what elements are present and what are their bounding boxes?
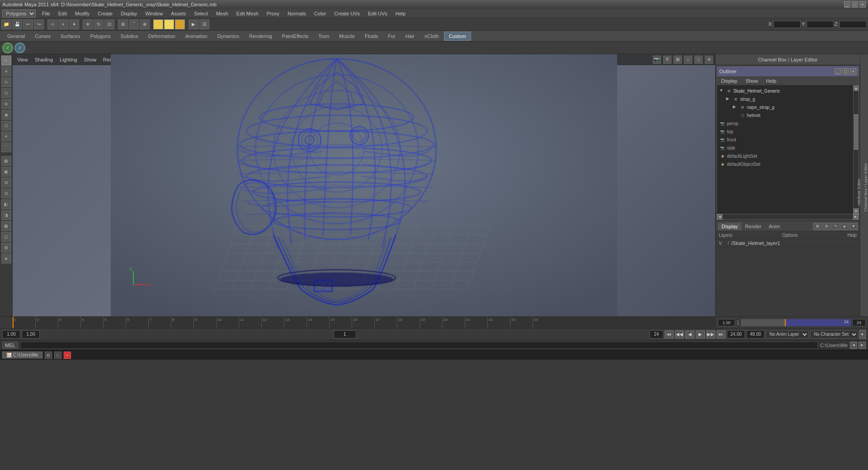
time-end-input[interactable] (852, 319, 866, 326)
toolbar-save[interactable]: 💾 (12, 19, 22, 29)
outliner-minimize[interactable]: _ (835, 68, 841, 75)
expand-nape[interactable]: ▶ (733, 104, 738, 110)
menu-select[interactable]: Select (192, 10, 210, 17)
tab-fluids[interactable]: Fluids (360, 32, 383, 41)
menu-create-uvs[interactable]: Create UVs (332, 10, 362, 17)
taskbar-btn1[interactable]: ⊟ (45, 352, 52, 359)
ch-tab-anim[interactable]: Anim (765, 223, 783, 230)
ch-tab-render[interactable]: Render (741, 223, 765, 230)
tool-universal[interactable]: ⊕ (1, 99, 11, 109)
tool-curve[interactable]: ⌒ (1, 142, 11, 152)
tool-rotate[interactable]: ↻ (1, 77, 11, 87)
toolbar-redo[interactable]: ↪ (34, 19, 44, 29)
layer-icon-down[interactable]: ▼ (849, 223, 858, 230)
tab-hair[interactable]: Hair (401, 32, 420, 41)
layer-icon-del[interactable]: ⊟ (822, 223, 830, 230)
tab-painteffects[interactable]: PaintEffects (277, 32, 314, 41)
z-input[interactable] (840, 21, 867, 28)
options-label[interactable]: Options (782, 233, 797, 238)
tool-sculpt[interactable]: ⌬ (1, 121, 11, 131)
maximize-btn[interactable]: □ (852, 1, 858, 8)
strip-channel-box[interactable]: Channel Box / Layer Editor (863, 163, 868, 212)
timeline-track[interactable]: 1 2 3 4 5 6 7 8 9 10 11 12 13 14 15 16 1… (13, 317, 715, 328)
title-bar-controls[interactable]: _ □ × (844, 1, 866, 8)
pb-prev-frame[interactable]: ◀ (685, 330, 694, 338)
taskbar-btn2[interactable]: □ (54, 352, 61, 359)
anim-range-end[interactable] (746, 330, 764, 338)
tool-select[interactable]: ↖ (1, 56, 11, 66)
command-line[interactable] (20, 342, 818, 349)
layer-icon-new[interactable]: ⊞ (813, 223, 821, 230)
status-btn-b[interactable]: ► (859, 342, 866, 349)
menu-create[interactable]: Create (96, 10, 114, 17)
playback-current[interactable] (22, 330, 40, 338)
tool-poly1[interactable]: ▦ (1, 156, 11, 166)
mode-selector[interactable]: Polygons (2, 9, 36, 18)
pb-next-frame[interactable]: ▶▶ (706, 330, 715, 338)
status-btn-2[interactable]: ✓ (14, 42, 25, 53)
scroll-right-btn[interactable]: ► (859, 330, 866, 339)
menu-proxy[interactable]: Proxy (265, 10, 281, 17)
menu-help[interactable]: Help (394, 10, 408, 17)
layer-row-1[interactable]: V / /Skate_Helmet_layer1 (717, 240, 859, 247)
outliner-menu-help[interactable]: Help (764, 77, 778, 85)
tab-deformation[interactable]: Deformation (143, 32, 180, 41)
toolbar-lasso[interactable]: ⌖ (58, 19, 68, 29)
toolbar-rotate[interactable]: ↻ (94, 19, 104, 29)
tab-animation[interactable]: Animation (180, 32, 212, 41)
strip-attribute-editor[interactable]: Attribute Editor (857, 179, 861, 206)
pb-skip-end[interactable]: ⏭ (717, 330, 726, 338)
ch-tab-display[interactable]: Display (718, 223, 741, 230)
expand-root[interactable]: ▼ (719, 88, 725, 94)
expand-strap[interactable]: ▶ (726, 96, 731, 102)
range-bar[interactable]: 24 (741, 319, 851, 326)
toolbar-orange-light[interactable] (175, 19, 185, 29)
tab-polygons[interactable]: Polygons (85, 32, 115, 41)
toolbar-yellow-light[interactable] (153, 19, 163, 29)
menu-window[interactable]: Window (143, 10, 165, 17)
char-set-select[interactable]: No Character Set (810, 330, 858, 338)
toolbar-ipr[interactable]: ☰ (199, 19, 209, 29)
outliner-item-persp[interactable]: 📷 persp (717, 119, 853, 127)
outliner-close[interactable]: × (850, 68, 856, 75)
toolbar-scale[interactable]: ⊡ (104, 19, 114, 29)
layer-icon-edit[interactable]: ✎ (831, 223, 840, 230)
outliner-item-side[interactable]: 📷 side (717, 144, 853, 152)
tool-poly7[interactable]: ▩ (1, 221, 11, 231)
scroll-up-btn[interactable]: ▲ (854, 85, 859, 91)
current-frame-display[interactable]: 1 (334, 330, 356, 338)
tab-ncloth[interactable]: nCloth (420, 32, 444, 41)
taskbar-maya[interactable]: 🪟 C:\Users\Me (2, 352, 42, 358)
outliner-item-front[interactable]: 📷 front (717, 136, 853, 144)
time-start-input[interactable] (718, 319, 735, 326)
toolbar-select[interactable]: ⊹ (47, 19, 57, 29)
scroll-down-btn[interactable]: ▼ (854, 208, 859, 214)
layer-icon-up[interactable]: ▲ (840, 223, 849, 230)
close-btn[interactable]: × (859, 1, 866, 8)
tab-fur[interactable]: Fur (383, 32, 401, 41)
x-input[interactable] (774, 21, 801, 28)
playback-start[interactable] (2, 330, 20, 338)
toolbar-move[interactable]: ✛ (83, 19, 93, 29)
tool-display2[interactable]: ◈ (1, 254, 11, 263)
help-layer-label[interactable]: Help (847, 233, 857, 238)
tool-display1[interactable]: ⊠ (1, 243, 11, 253)
layer-visibility[interactable]: V (719, 241, 726, 246)
outliner-menu-display[interactable]: Display (719, 77, 739, 85)
anim-layer-select[interactable]: No Anim Layer (766, 330, 809, 338)
outliner-item-top[interactable]: 📷 top (717, 127, 853, 136)
tab-dynamics[interactable]: Dynamics (212, 32, 244, 41)
taskbar-btn3[interactable]: × (64, 352, 71, 359)
tab-subdivs[interactable]: Subdivs (116, 32, 143, 41)
minimize-btn[interactable]: _ (844, 1, 850, 8)
scroll-thumb[interactable] (854, 114, 858, 150)
status-btn-1[interactable]: ✓ (2, 42, 13, 53)
tab-surfaces[interactable]: Surfaces (56, 32, 85, 41)
tool-poly3[interactable]: ⊞ (1, 178, 11, 188)
menu-mesh[interactable]: Mesh (214, 10, 230, 17)
tool-scale[interactable]: ⊡ (1, 88, 11, 98)
tool-poly4[interactable]: ⊟ (1, 188, 11, 198)
pb-play[interactable]: ▶ (696, 330, 705, 338)
toolbar-yellow-light2[interactable] (164, 19, 174, 29)
playback-range-end[interactable] (650, 330, 663, 338)
